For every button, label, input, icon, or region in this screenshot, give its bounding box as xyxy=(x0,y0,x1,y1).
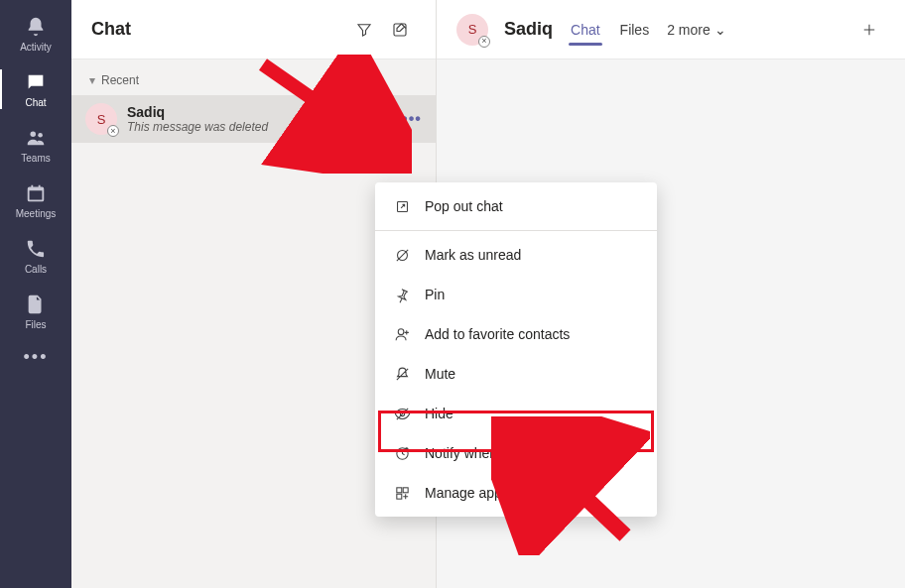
avatar: S xyxy=(85,103,117,135)
add-contact-icon xyxy=(393,325,411,343)
rail-label: Activity xyxy=(20,42,52,53)
ellipsis-icon: ••• xyxy=(24,346,48,370)
popout-chat-button[interactable] xyxy=(364,105,392,133)
chat-list-item[interactable]: S Sadiq This message was deleted ••• xyxy=(71,95,436,143)
tab-files[interactable]: Files xyxy=(618,4,652,56)
menu-label: Mark as unread xyxy=(425,247,521,263)
chat-context-menu: Pop out chat Mark as unread Pin Add to f… xyxy=(375,182,657,517)
avatar: S xyxy=(456,14,488,46)
svg-point-0 xyxy=(31,132,37,138)
rail-calls[interactable]: Calls xyxy=(0,228,71,284)
mute-icon xyxy=(393,365,411,383)
chevron-down-icon: ▾ xyxy=(89,73,95,87)
menu-label: Mute xyxy=(425,366,455,382)
menu-mark-unread[interactable]: Mark as unread xyxy=(375,235,657,275)
notify-icon xyxy=(393,444,411,462)
unread-icon xyxy=(393,246,411,264)
svg-point-9 xyxy=(405,447,408,450)
recent-label: Recent xyxy=(101,73,139,87)
chat-icon xyxy=(24,70,48,94)
svg-point-1 xyxy=(38,133,43,138)
rail-activity[interactable]: Activity xyxy=(0,6,71,61)
menu-divider xyxy=(375,230,657,231)
rail-more[interactable]: ••• xyxy=(0,339,71,379)
chat-item-text: Sadiq This message was deleted xyxy=(127,104,364,134)
hide-icon xyxy=(393,405,411,422)
files-icon xyxy=(24,293,48,316)
rail-label: Teams xyxy=(21,153,50,164)
recent-section-header[interactable]: ▾ Recent xyxy=(71,59,436,95)
apps-icon xyxy=(393,484,411,502)
menu-label: Pin xyxy=(425,287,445,302)
avatar-initial: S xyxy=(468,22,477,37)
conversation-title: Sadiq xyxy=(504,19,553,40)
filter-button[interactable] xyxy=(348,14,380,46)
svg-rect-10 xyxy=(396,487,401,492)
chat-item-name: Sadiq xyxy=(127,104,364,120)
rail-teams[interactable]: Teams xyxy=(0,117,71,173)
new-chat-button[interactable] xyxy=(384,14,416,46)
tab-chat[interactable]: Chat xyxy=(569,4,602,56)
tab-more[interactable]: 2 more ⌄ xyxy=(667,22,726,38)
svg-rect-12 xyxy=(396,494,401,499)
app-rail: Activity Chat Teams Meetings Calls Files… xyxy=(0,0,71,588)
menu-label: Manage apps xyxy=(425,485,509,501)
rail-label: Meetings xyxy=(16,208,57,219)
menu-popout-chat[interactable]: Pop out chat xyxy=(375,186,657,226)
rail-label: Calls xyxy=(25,264,47,275)
rail-chat[interactable]: Chat xyxy=(0,61,71,117)
svg-point-6 xyxy=(398,328,404,334)
menu-pin[interactable]: Pin xyxy=(375,275,657,314)
rail-meetings[interactable]: Meetings xyxy=(0,173,71,228)
rail-label: Chat xyxy=(25,97,46,108)
presence-offline-icon xyxy=(478,36,490,48)
chevron-down-icon: ⌄ xyxy=(714,22,726,38)
chat-item-preview: This message was deleted xyxy=(127,120,364,134)
presence-offline-icon xyxy=(107,125,119,137)
menu-manage-apps[interactable]: Manage apps xyxy=(375,473,657,513)
chat-list-title: Chat xyxy=(91,19,344,40)
pin-icon xyxy=(393,286,411,303)
tab-more-label: 2 more xyxy=(667,22,711,38)
menu-mute[interactable]: Mute xyxy=(375,354,657,394)
calendar-icon xyxy=(24,181,48,205)
popout-icon xyxy=(393,197,411,215)
chat-item-more-button[interactable]: ••• xyxy=(398,105,426,133)
chat-item-actions: ••• xyxy=(364,105,426,133)
svg-rect-11 xyxy=(403,487,408,492)
conversation-header: S Sadiq Chat Files 2 more ⌄ xyxy=(437,0,905,59)
menu-label: Add to favorite contacts xyxy=(425,326,570,342)
teams-icon xyxy=(24,126,48,150)
rail-label: Files xyxy=(25,319,46,330)
avatar-initial: S xyxy=(97,112,106,127)
phone-icon xyxy=(24,237,48,261)
menu-label: Hide xyxy=(425,406,453,421)
add-tab-button[interactable] xyxy=(853,14,885,46)
menu-hide[interactable]: Hide xyxy=(375,394,657,433)
menu-label: Pop out chat xyxy=(425,198,503,214)
menu-label: Notify when available xyxy=(425,445,556,461)
menu-notify-available[interactable]: Notify when available xyxy=(375,433,657,473)
rail-files[interactable]: Files xyxy=(0,284,71,339)
bell-icon xyxy=(24,15,48,39)
chat-list-header: Chat xyxy=(71,0,436,59)
menu-add-favorite[interactable]: Add to favorite contacts xyxy=(375,314,657,354)
